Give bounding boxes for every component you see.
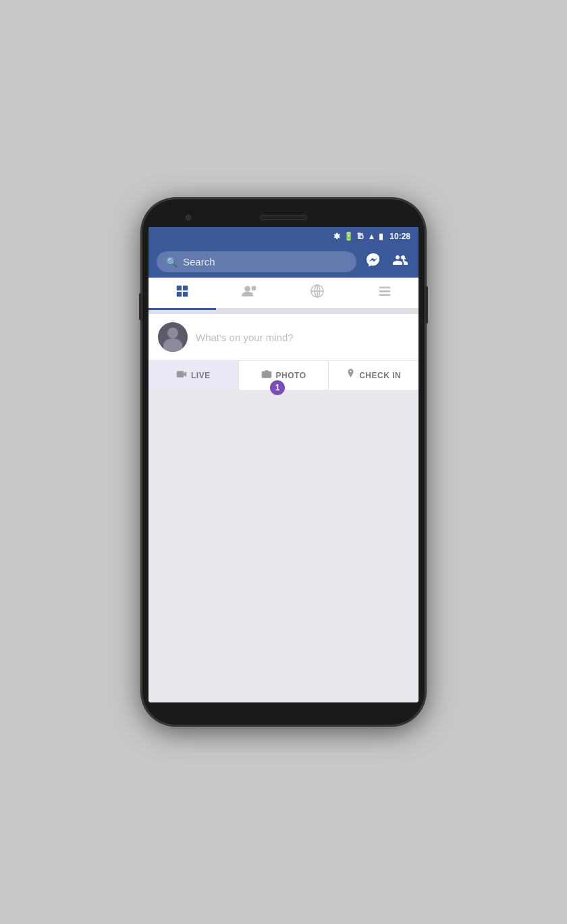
feed-area: [148, 390, 418, 702]
svg-rect-3: [183, 292, 188, 297]
facebook-header: 🔍 Search: [148, 246, 418, 278]
svg-rect-13: [177, 371, 184, 378]
svg-rect-11: [379, 290, 391, 292]
status-time: 10:28: [389, 232, 410, 241]
search-bar[interactable]: 🔍 Search: [157, 251, 356, 272]
phone-top-bar: [148, 208, 418, 227]
live-button[interactable]: LIVE: [148, 361, 238, 390]
friends-icon: [242, 284, 258, 302]
phone-screen: ✱ 🔋 ℔ ▲ ▮ 10:28 🔍 Search: [148, 227, 418, 702]
svg-rect-0: [177, 286, 182, 290]
notification-badge: 1: [270, 380, 285, 395]
speaker: [260, 215, 307, 220]
news-feed-icon: [175, 284, 190, 302]
checkin-label: CHECK IN: [359, 371, 401, 380]
volume-button: [139, 293, 142, 320]
post-input[interactable]: What's on your mind?: [196, 332, 294, 343]
nav-tabs: [148, 278, 418, 310]
svg-rect-12: [379, 294, 391, 296]
power-button: [425, 286, 428, 324]
battery-icon: ▮: [379, 232, 383, 241]
avatar: [158, 322, 188, 352]
search-placeholder: Search: [183, 256, 215, 267]
photo-icon: [261, 369, 272, 381]
svg-point-14: [265, 373, 268, 376]
tab-news-feed[interactable]: [148, 278, 216, 310]
tab-friends[interactable]: [216, 278, 284, 310]
action-bar: LIVE PHOTO CHECK IN: [148, 360, 418, 390]
search-icon: 🔍: [166, 257, 178, 267]
vibrate-icon: 🔋: [344, 232, 354, 241]
svg-rect-10: [379, 287, 391, 288]
svg-point-4: [244, 286, 250, 292]
messenger-button[interactable]: [363, 252, 383, 272]
hamburger-icon: [377, 284, 392, 302]
notification-count: 1: [275, 383, 280, 392]
tab-menu[interactable]: [351, 278, 418, 310]
checkin-icon: [346, 369, 355, 382]
tab-discover[interactable]: [284, 278, 351, 310]
network-icon: ▲: [367, 232, 375, 241]
friends-requests-button[interactable]: [390, 252, 410, 272]
bluetooth-icon: ✱: [333, 232, 340, 241]
status-icons: ✱ 🔋 ℔ ▲ ▮ 10:28: [333, 232, 410, 241]
svg-rect-1: [177, 292, 182, 297]
live-label: LIVE: [191, 371, 211, 380]
phone-device: ✱ 🔋 ℔ ▲ ▮ 10:28 🔍 Search: [142, 199, 425, 725]
globe-icon: [310, 284, 325, 302]
signal-icon: ℔: [357, 232, 364, 241]
check-in-button[interactable]: CHECK IN: [329, 361, 418, 390]
phone-bottom-bar: [148, 702, 418, 716]
svg-rect-2: [183, 286, 188, 290]
live-icon: [176, 369, 187, 381]
status-bar: ✱ 🔋 ℔ ▲ ▮ 10:28: [148, 227, 418, 246]
post-composer: What's on your mind?: [148, 314, 418, 360]
svg-point-5: [252, 286, 256, 290]
front-camera: [186, 215, 191, 220]
photo-label: PHOTO: [276, 371, 306, 380]
